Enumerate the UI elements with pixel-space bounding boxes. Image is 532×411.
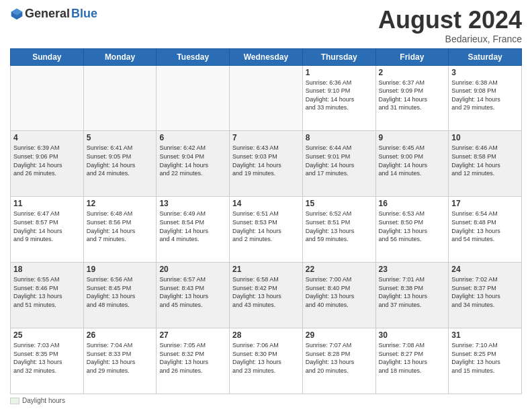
calendar-cell: 10Sunrise: 6:46 AM Sunset: 8:58 PM Dayli…	[449, 131, 522, 197]
month-title: August 2024	[378, 7, 522, 34]
day-info: Sunrise: 6:56 AM Sunset: 8:45 PM Dayligh…	[87, 275, 154, 309]
calendar-week-row: 4Sunrise: 6:39 AM Sunset: 9:06 PM Daylig…	[11, 131, 522, 197]
day-info: Sunrise: 6:58 AM Sunset: 8:42 PM Dayligh…	[232, 275, 300, 309]
day-number: 7	[232, 133, 300, 142]
day-number: 18	[13, 265, 81, 274]
day-number: 26	[87, 330, 154, 340]
calendar-cell	[157, 65, 230, 131]
day-number: 9	[379, 133, 446, 142]
calendar-cell: 21Sunrise: 6:58 AM Sunset: 8:42 PM Dayli…	[230, 263, 303, 328]
day-info: Sunrise: 6:43 AM Sunset: 9:03 PM Dayligh…	[232, 144, 300, 177]
day-info: Sunrise: 6:48 AM Sunset: 8:56 PM Dayligh…	[87, 210, 154, 243]
day-number: 23	[379, 265, 446, 274]
day-info: Sunrise: 7:02 AM Sunset: 8:37 PM Dayligh…	[451, 275, 519, 309]
calendar-cell: 22Sunrise: 7:00 AM Sunset: 8:40 PM Dayli…	[302, 263, 375, 328]
calendar-cell: 19Sunrise: 6:56 AM Sunset: 8:45 PM Dayli…	[83, 263, 157, 328]
day-info: Sunrise: 7:08 AM Sunset: 8:27 PM Dayligh…	[379, 341, 446, 375]
day-info: Sunrise: 6:49 AM Sunset: 8:54 PM Dayligh…	[159, 210, 226, 243]
calendar-cell: 20Sunrise: 6:57 AM Sunset: 8:43 PM Dayli…	[157, 263, 230, 328]
day-number: 24	[451, 265, 519, 274]
calendar-cell: 28Sunrise: 7:06 AM Sunset: 8:30 PM Dayli…	[230, 328, 303, 394]
calendar-cell: 6Sunrise: 6:42 AM Sunset: 9:04 PM Daylig…	[157, 131, 230, 197]
calendar-cell: 8Sunrise: 6:44 AM Sunset: 9:01 PM Daylig…	[302, 131, 375, 197]
day-info: Sunrise: 6:55 AM Sunset: 8:46 PM Dayligh…	[13, 275, 81, 309]
weekday-header-monday: Monday	[83, 48, 157, 65]
day-number: 28	[232, 330, 300, 340]
day-info: Sunrise: 7:07 AM Sunset: 8:28 PM Dayligh…	[306, 341, 373, 375]
day-number: 11	[13, 199, 81, 208]
day-info: Sunrise: 7:06 AM Sunset: 8:30 PM Dayligh…	[232, 341, 300, 375]
calendar-cell: 14Sunrise: 6:51 AM Sunset: 8:53 PM Dayli…	[230, 197, 303, 263]
calendar-week-row: 1Sunrise: 6:36 AM Sunset: 9:10 PM Daylig…	[11, 65, 522, 131]
calendar-cell: 15Sunrise: 6:52 AM Sunset: 8:51 PM Dayli…	[302, 197, 375, 263]
calendar-cell: 17Sunrise: 6:54 AM Sunset: 8:48 PM Dayli…	[449, 197, 522, 263]
calendar-cell: 12Sunrise: 6:48 AM Sunset: 8:56 PM Dayli…	[83, 197, 157, 263]
day-number: 3	[451, 68, 519, 77]
calendar-table: SundayMondayTuesdayWednesdayThursdayFrid…	[10, 48, 522, 394]
calendar-week-row: 11Sunrise: 6:47 AM Sunset: 8:57 PM Dayli…	[11, 197, 522, 263]
day-number: 31	[451, 330, 519, 340]
logo-icon	[10, 7, 24, 21]
calendar-cell: 24Sunrise: 7:02 AM Sunset: 8:37 PM Dayli…	[449, 263, 522, 328]
calendar-week-row: 25Sunrise: 7:03 AM Sunset: 8:35 PM Dayli…	[11, 328, 522, 394]
header: GeneralBlue August 2024 Bedarieux, Franc…	[10, 7, 522, 44]
calendar-cell	[230, 65, 303, 131]
day-info: Sunrise: 7:01 AM Sunset: 8:38 PM Dayligh…	[379, 275, 446, 309]
calendar-cell: 29Sunrise: 7:07 AM Sunset: 8:28 PM Dayli…	[302, 328, 375, 394]
logo: GeneralBlue	[10, 7, 97, 21]
calendar-cell: 25Sunrise: 7:03 AM Sunset: 8:35 PM Dayli…	[11, 328, 84, 394]
day-number: 2	[379, 68, 446, 77]
page: GeneralBlue August 2024 Bedarieux, Franc…	[0, 0, 532, 411]
weekday-header-wednesday: Wednesday	[230, 48, 303, 65]
calendar-cell: 3Sunrise: 6:38 AM Sunset: 9:08 PM Daylig…	[449, 65, 522, 131]
calendar-cell: 26Sunrise: 7:04 AM Sunset: 8:33 PM Dayli…	[83, 328, 157, 394]
day-number: 5	[87, 133, 154, 142]
calendar-cell: 7Sunrise: 6:43 AM Sunset: 9:03 PM Daylig…	[230, 131, 303, 197]
day-number: 21	[232, 265, 300, 274]
day-number: 15	[306, 199, 373, 208]
calendar-cell: 5Sunrise: 6:41 AM Sunset: 9:05 PM Daylig…	[83, 131, 157, 197]
day-info: Sunrise: 7:03 AM Sunset: 8:35 PM Dayligh…	[13, 341, 81, 375]
weekday-header-sunday: Sunday	[11, 48, 84, 65]
day-info: Sunrise: 6:41 AM Sunset: 9:05 PM Dayligh…	[87, 144, 154, 177]
calendar-cell: 1Sunrise: 6:36 AM Sunset: 9:10 PM Daylig…	[302, 65, 375, 131]
day-info: Sunrise: 6:53 AM Sunset: 8:50 PM Dayligh…	[379, 210, 446, 243]
calendar-cell: 4Sunrise: 6:39 AM Sunset: 9:06 PM Daylig…	[11, 131, 84, 197]
calendar-cell: 31Sunrise: 7:10 AM Sunset: 8:25 PM Dayli…	[449, 328, 522, 394]
day-info: Sunrise: 6:39 AM Sunset: 9:06 PM Dayligh…	[13, 144, 81, 177]
calendar-cell: 13Sunrise: 6:49 AM Sunset: 8:54 PM Dayli…	[157, 197, 230, 263]
day-number: 17	[451, 199, 519, 208]
day-number: 12	[87, 199, 154, 208]
title-area: August 2024 Bedarieux, France	[378, 7, 522, 44]
day-number: 19	[87, 265, 154, 274]
weekday-header-friday: Friday	[375, 48, 449, 65]
day-info: Sunrise: 6:54 AM Sunset: 8:48 PM Dayligh…	[451, 210, 519, 243]
day-number: 14	[232, 199, 300, 208]
calendar-cell: 27Sunrise: 7:05 AM Sunset: 8:32 PM Dayli…	[157, 328, 230, 394]
day-info: Sunrise: 6:42 AM Sunset: 9:04 PM Dayligh…	[159, 144, 226, 177]
calendar-cell: 11Sunrise: 6:47 AM Sunset: 8:57 PM Dayli…	[11, 197, 84, 263]
day-info: Sunrise: 7:04 AM Sunset: 8:33 PM Dayligh…	[87, 341, 154, 375]
daylight-box	[10, 398, 19, 404]
calendar-cell: 30Sunrise: 7:08 AM Sunset: 8:27 PM Dayli…	[375, 328, 449, 394]
calendar-cell: 2Sunrise: 6:37 AM Sunset: 9:09 PM Daylig…	[375, 65, 449, 131]
day-number: 20	[159, 265, 226, 274]
calendar-cell	[83, 65, 157, 131]
calendar-cell: 9Sunrise: 6:45 AM Sunset: 9:00 PM Daylig…	[375, 131, 449, 197]
day-number: 29	[306, 330, 373, 340]
calendar-cell: 16Sunrise: 6:53 AM Sunset: 8:50 PM Dayli…	[375, 197, 449, 263]
daylight-text: Daylight hours	[22, 397, 65, 404]
logo-blue: Blue	[71, 7, 97, 21]
day-info: Sunrise: 6:36 AM Sunset: 9:10 PM Dayligh…	[306, 79, 373, 112]
day-number: 13	[159, 199, 226, 208]
day-number: 8	[306, 133, 373, 142]
day-info: Sunrise: 6:44 AM Sunset: 9:01 PM Dayligh…	[306, 144, 373, 177]
day-number: 22	[306, 265, 373, 274]
footer: Daylight hours	[10, 397, 522, 404]
weekday-header-saturday: Saturday	[449, 48, 522, 65]
day-number: 16	[379, 199, 446, 208]
calendar-cell: 23Sunrise: 7:01 AM Sunset: 8:38 PM Dayli…	[375, 263, 449, 328]
day-number: 27	[159, 330, 226, 340]
day-info: Sunrise: 6:38 AM Sunset: 9:08 PM Dayligh…	[451, 79, 519, 112]
day-number: 6	[159, 133, 226, 142]
